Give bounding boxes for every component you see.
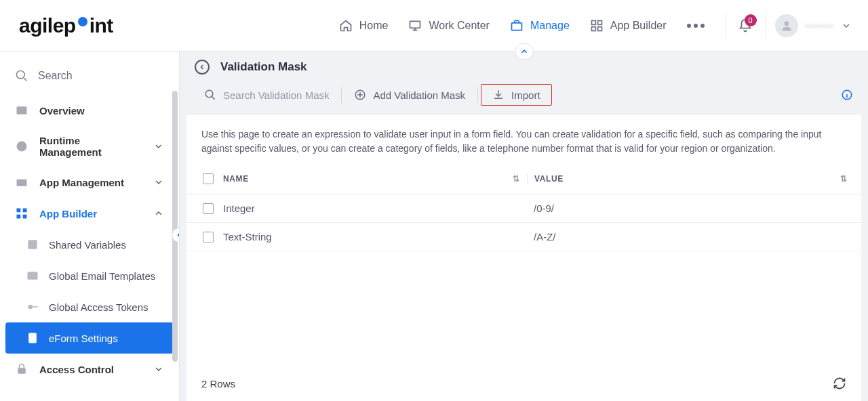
svg-rect-14 — [23, 215, 27, 219]
lock-icon — [15, 362, 28, 376]
svg-rect-18 — [33, 306, 38, 308]
table-row[interactable]: Integer /0-9/ — [186, 194, 861, 223]
content-card: Use this page to create an expression to… — [186, 115, 861, 401]
row-checkbox[interactable] — [203, 203, 214, 214]
nav-item-work-center[interactable]: Work Center — [408, 19, 490, 33]
apps-icon — [15, 207, 28, 220]
sidebar-sublabel-email: Global Email Templates — [49, 270, 155, 282]
svg-point-9 — [17, 142, 27, 152]
select-all-checkbox[interactable] — [203, 173, 214, 184]
nav-label-app-builder: App Builder — [610, 20, 667, 32]
sidebar-search-placeholder: Search — [38, 70, 73, 82]
chevron-up-icon — [519, 47, 529, 56]
search-icon — [15, 69, 28, 83]
chevron-up-icon — [153, 208, 164, 219]
sidebar-item-app-builder[interactable]: App Builder — [5, 198, 174, 229]
plus-circle-icon — [354, 89, 366, 101]
search-icon — [204, 89, 216, 101]
info-button[interactable] — [841, 89, 853, 101]
download-icon — [492, 89, 505, 101]
svg-rect-20 — [18, 368, 26, 373]
mail-icon — [26, 269, 39, 282]
chart-icon — [15, 104, 28, 117]
user-name-label: ——— — [805, 20, 835, 31]
search-validation-mask[interactable]: Search Validation Mask — [195, 85, 338, 105]
header: agilep int Home Work Center Manage App B… — [0, 0, 868, 51]
page-description: Use this page to create an expression to… — [186, 115, 861, 164]
cell-name: Text-String — [223, 231, 272, 242]
briefcase-icon — [510, 19, 524, 33]
logo-text-pre: agilep — [19, 14, 76, 37]
person-icon — [780, 19, 793, 33]
avatar — [775, 14, 798, 37]
svg-rect-19 — [28, 333, 37, 343]
svg-rect-12 — [23, 209, 27, 213]
sidebar-item-overview[interactable]: Overview — [5, 95, 174, 126]
sidebar-label-overview: Overview — [39, 105, 85, 117]
collapse-header-button[interactable] — [515, 43, 534, 60]
svg-rect-3 — [597, 20, 601, 24]
sidebar-label-appbuilder: App Builder — [39, 208, 97, 219]
sidebar-item-access-control[interactable]: Access Control — [5, 354, 174, 385]
notification-badge: 0 — [745, 14, 757, 26]
key-icon — [26, 300, 39, 314]
nav-label-home: Home — [359, 20, 389, 32]
table-footer: 2 Rows — [186, 366, 861, 401]
sidebar-scrollbar-thumb[interactable] — [172, 91, 178, 362]
column-header-value[interactable]: VALUE — [534, 174, 564, 184]
user-menu[interactable]: ——— — [765, 14, 852, 37]
nav-item-home[interactable]: Home — [339, 19, 389, 33]
sort-icon[interactable]: ⇅ — [513, 174, 520, 184]
sidebar-search[interactable]: Search — [5, 64, 174, 95]
chevron-down-icon — [153, 141, 164, 152]
sidebar-subitem-shared-variables[interactable]: Shared Variables — [5, 229, 174, 260]
chevron-down-icon — [841, 20, 852, 31]
sidebar-item-app-management[interactable]: App Management — [5, 167, 174, 198]
arrow-left-icon — [198, 63, 206, 71]
cell-value: /A-Z/ — [534, 231, 556, 242]
sort-icon[interactable]: ⇅ — [840, 174, 848, 184]
chevron-left-icon — [175, 231, 180, 239]
add-validation-mask-button[interactable]: Add Validation Mask — [344, 85, 475, 105]
notifications-button[interactable]: 0 — [738, 18, 753, 33]
home-icon — [339, 19, 353, 33]
more-menu-button[interactable] — [687, 24, 705, 28]
refresh-button[interactable] — [833, 377, 846, 390]
svg-rect-10 — [17, 180, 27, 186]
add-label: Add Validation Mask — [373, 89, 465, 101]
table-header: NAME ⇅ VALUE ⇅ — [186, 164, 861, 194]
sidebar-subitem-global-access-tokens[interactable]: Global Access Tokens — [5, 291, 174, 322]
header-right: 0 ——— — [725, 14, 852, 37]
sidebar-subitem-global-email-templates[interactable]: Global Email Templates — [5, 260, 174, 291]
variable-icon — [26, 238, 39, 251]
nav-item-manage[interactable]: Manage — [510, 19, 570, 33]
sidebar-sublabel-shared-vars: Shared Variables — [49, 239, 126, 251]
top-nav: Home Work Center Manage App Builder — [339, 19, 705, 33]
svg-rect-8 — [17, 106, 27, 114]
row-checkbox[interactable] — [203, 232, 214, 242]
back-button[interactable] — [195, 60, 210, 75]
svg-rect-2 — [591, 20, 595, 24]
table-row[interactable]: Text-String /A-Z/ — [186, 223, 861, 251]
divider — [341, 87, 342, 103]
import-button[interactable]: Import — [481, 84, 552, 106]
svg-rect-1 — [511, 22, 521, 30]
toolbox-icon — [15, 175, 28, 189]
page-title: Validation Mask — [220, 60, 307, 74]
svg-rect-13 — [17, 215, 21, 219]
cell-name: Integer — [223, 203, 255, 214]
sidebar-label-runtime: Runtime Management — [39, 135, 142, 158]
svg-point-6 — [784, 21, 789, 26]
sidebar-sublabel-eform: eForm Settings — [49, 333, 118, 344]
sidebar-subitem-eform-settings[interactable]: eForm Settings — [5, 322, 174, 354]
main: Validation Mask Search Validation Mask A… — [180, 51, 868, 401]
row-count-label: 2 Rows — [201, 378, 235, 389]
nav-item-app-builder[interactable]: App Builder — [590, 19, 667, 33]
sidebar-item-runtime-management[interactable]: Runtime Management — [5, 126, 174, 167]
logo: agilep int — [19, 14, 113, 37]
clock-icon — [15, 140, 28, 153]
column-header-name[interactable]: NAME — [223, 174, 249, 184]
svg-rect-16 — [28, 272, 38, 280]
refresh-icon — [833, 377, 846, 390]
chevron-down-icon — [153, 177, 164, 188]
